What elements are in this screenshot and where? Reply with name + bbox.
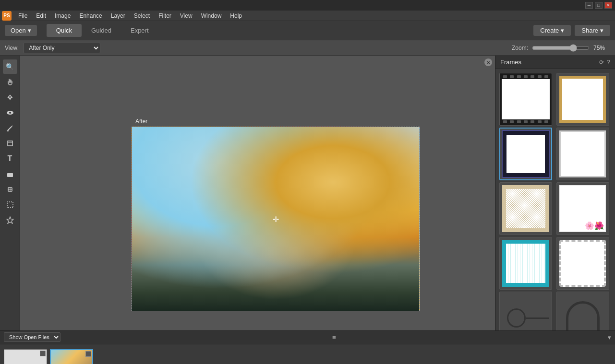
panel-title: Frames: [500, 59, 521, 66]
panel-refresh-button[interactable]: ⟳: [599, 59, 604, 66]
zoom-section: Zoom: 75%: [512, 44, 610, 52]
panel-header: Frames ⟳ ?: [495, 56, 615, 69]
menu-view[interactable]: View: [176, 12, 196, 20]
create-button[interactable]: Create ▾: [533, 25, 571, 36]
zoom-value: 75%: [593, 45, 610, 51]
share-arrow-icon: ▾: [600, 27, 603, 34]
menu-image[interactable]: Image: [51, 12, 74, 20]
svg-line-3: [12, 126, 12, 127]
view-bar: View: After Only Before Only Before & Af…: [0, 40, 615, 56]
share-label: Share: [581, 27, 598, 34]
brush-tool[interactable]: [3, 121, 17, 135]
thumb-flag-blank: [40, 351, 46, 356]
top-right-buttons: Create ▾ Share ▾: [533, 25, 610, 36]
title-bar: ─ □ ✕: [0, 0, 615, 11]
image-canvas[interactable]: ✛: [132, 127, 420, 311]
menu-layer[interactable]: Layer: [107, 12, 129, 20]
menu-file[interactable]: File: [14, 12, 31, 20]
mode-tabs: Quick Guided Expert: [47, 24, 158, 37]
transform-tool[interactable]: [3, 198, 17, 212]
svg-marker-12: [7, 217, 13, 223]
zoom-tool[interactable]: 🔍: [3, 59, 17, 74]
menu-bar: PS File Edit Image Enhance Layer Select …: [0, 11, 615, 21]
svg-rect-5: [8, 141, 12, 146]
text-tool[interactable]: T: [3, 152, 17, 166]
canvas-close-button[interactable]: ✕: [484, 59, 492, 66]
eye-tool[interactable]: [3, 106, 17, 120]
svg-point-1: [9, 112, 11, 114]
healing-tool[interactable]: [3, 182, 17, 197]
open-arrow-icon: ▾: [28, 27, 31, 34]
show-open-files-dropdown[interactable]: Show Open Files: [4, 332, 60, 342]
close-button[interactable]: ✕: [604, 2, 612, 9]
frame-black-blue[interactable]: [499, 128, 552, 180]
crosshair-icon: ✛: [273, 214, 279, 223]
move-tool[interactable]: ✥: [3, 90, 17, 105]
menu-enhance[interactable]: Enhance: [75, 12, 106, 20]
frame-circle-line[interactable]: [499, 292, 552, 330]
view-label: View:: [5, 45, 19, 51]
frame-vintage[interactable]: [499, 182, 552, 235]
top-toolbar: Open ▾ Quick Guided Expert Create ▾ Shar…: [0, 21, 615, 40]
maximize-button[interactable]: □: [595, 2, 603, 9]
left-toolbar: 🔍 ✥ T: [0, 56, 20, 330]
filmstrip: [0, 344, 615, 364]
svg-rect-7: [7, 173, 13, 177]
menu-edit[interactable]: Edit: [32, 12, 50, 20]
open-label: Open: [11, 27, 26, 34]
menu-window[interactable]: Window: [197, 12, 226, 20]
menu-filter[interactable]: Filter: [155, 12, 175, 20]
frame-floral[interactable]: [556, 182, 609, 235]
after-label: After: [135, 118, 147, 125]
filmstrip-thumb-blank[interactable]: [4, 349, 47, 364]
bottom-area: Show Open Files ≡ ▾: [0, 330, 615, 364]
filmstrip-toolbar: Show Open Files ≡ ▾: [0, 331, 615, 344]
frame-teal[interactable]: [499, 237, 552, 290]
filmstrip-thumb-landscape[interactable]: [50, 349, 93, 364]
custom-tool[interactable]: [3, 213, 17, 227]
view-dropdown[interactable]: After Only Before Only Before & After - …: [24, 43, 100, 53]
canvas-area: ✕ After ✛: [20, 56, 495, 330]
frame-arch[interactable]: [556, 292, 609, 330]
svg-rect-11: [7, 202, 13, 208]
tab-quick[interactable]: Quick: [47, 24, 82, 37]
svg-line-2: [8, 127, 12, 130]
minimize-button[interactable]: ─: [585, 2, 593, 9]
tab-expert[interactable]: Expert: [121, 24, 158, 37]
right-panel: Frames ⟳ ?: [495, 56, 615, 330]
zoom-label: Zoom:: [512, 45, 528, 51]
panel-icons: ⟳ ?: [599, 59, 610, 66]
frame-gold[interactable]: [556, 73, 609, 126]
thumb-flag-landscape: [85, 351, 91, 357]
zoom-slider[interactable]: [532, 44, 590, 52]
menu-select[interactable]: Select: [130, 12, 154, 20]
share-button[interactable]: Share ▾: [575, 25, 610, 36]
hand-tool[interactable]: [3, 75, 17, 89]
create-arrow-icon: ▾: [561, 27, 564, 34]
frame-filmstrip[interactable]: [499, 73, 552, 126]
open-button[interactable]: Open ▾: [5, 25, 37, 36]
menu-help[interactable]: Help: [226, 12, 246, 20]
frame-scallop[interactable]: [556, 237, 609, 290]
create-label: Create: [540, 27, 559, 34]
app-icon: PS: [2, 11, 12, 21]
frame-simple[interactable]: [556, 128, 609, 180]
panel-help-button[interactable]: ?: [607, 59, 610, 66]
filmstrip-expand-button[interactable]: ▾: [608, 334, 611, 341]
tab-guided[interactable]: Guided: [82, 24, 121, 37]
frames-grid: [495, 69, 615, 330]
crop-tool[interactable]: [3, 136, 17, 151]
eraser-tool[interactable]: [3, 167, 17, 181]
main-area: 🔍 ✥ T ✕ After: [0, 56, 615, 330]
svg-rect-4: [7, 130, 9, 131]
filmstrip-sort-button[interactable]: ≡: [332, 334, 336, 341]
